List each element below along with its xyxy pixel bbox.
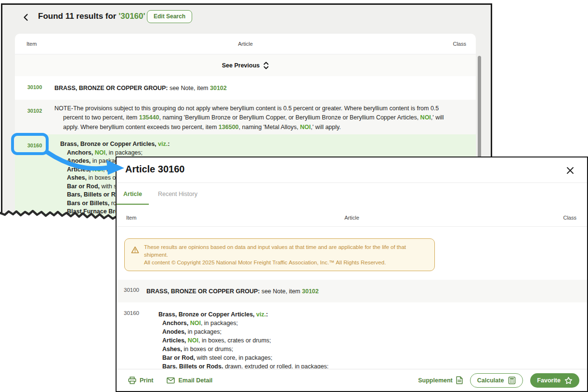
envelope-icon	[167, 377, 175, 384]
close-button[interactable]	[565, 165, 575, 176]
favorite-label: Favorite	[537, 377, 561, 384]
disclaimer-line-2: All content © Copyright 2025 National Mo…	[144, 259, 428, 266]
close-icon	[565, 165, 575, 176]
sort-chevrons-icon	[263, 62, 269, 69]
item-number: 30102	[15, 100, 54, 135]
modal-body: These results are opinions based on data…	[117, 228, 587, 368]
supplement-label: Supplement	[418, 377, 453, 384]
modal-footer: Print Email Detail Supplement	[117, 369, 587, 391]
article-text: BRASS, BRONZE OR COPPER GROUP: see Note,…	[54, 76, 476, 100]
disclaimer-line-1: These results are opinions based on data…	[144, 243, 428, 259]
chevron-left-icon	[22, 13, 30, 22]
table-row-30100[interactable]: 30100BRASS, BRONZE OR COPPER GROUP: see …	[15, 76, 476, 100]
modal-table-header: Item Article Class	[117, 205, 587, 227]
modal-rows: 30100BRASS, BRONZE OR COPPER GROUP: see …	[117, 280, 587, 368]
column-header-class: Class	[453, 41, 466, 47]
results-table-header: Item Article Class	[15, 34, 476, 54]
disclaimer-banner: These results are opinions based on data…	[124, 238, 435, 271]
email-detail-button[interactable]: Email Detail	[167, 377, 212, 384]
article-detail-modal: Article 30160 Article Recent History Ite…	[116, 157, 588, 392]
calculate-label: Calculate	[477, 377, 504, 384]
column-header-article: Article	[15, 41, 476, 47]
tab-article[interactable]: Article	[117, 183, 149, 205]
tab-recent-history[interactable]: Recent History	[149, 183, 207, 205]
warning-icon	[131, 246, 139, 256]
article-text: BRASS, BRONZE OR COPPER GROUP: see Note,…	[146, 280, 587, 302]
printer-icon	[128, 377, 136, 384]
see-previous-button[interactable]: See Previous	[15, 54, 476, 76]
item-number: 30100	[117, 280, 146, 302]
item-number: 30160	[117, 302, 146, 368]
email-detail-label: Email Detail	[178, 377, 212, 384]
search-query: '30160'	[118, 12, 145, 21]
print-label: Print	[140, 377, 153, 384]
app-stage: Found 11 results for '30160' Edit Search…	[0, 0, 588, 392]
back-button[interactable]	[22, 13, 30, 22]
item-number: 30100	[15, 76, 54, 100]
calculator-icon	[508, 377, 516, 384]
star-icon	[564, 377, 573, 384]
modal-title: Article 30160	[125, 164, 184, 175]
table-row-30160[interactable]: 30160Brass, Bronze or Copper Articles, v…	[117, 302, 587, 368]
column-header-class: Class	[563, 215, 576, 221]
document-icon	[456, 376, 463, 384]
table-row-30102[interactable]: 30102NOTE-The provisions subject to this…	[15, 100, 476, 135]
results-title: Found 11 results for '30160'	[38, 12, 145, 21]
table-row-30100[interactable]: 30100BRASS, BRONZE OR COPPER GROUP: see …	[117, 280, 587, 302]
article-text: NOTE-The provisions subject to this grou…	[54, 100, 476, 135]
favorite-button[interactable]: Favorite	[530, 373, 579, 388]
supplement-button[interactable]: Supplement	[418, 376, 463, 384]
edit-search-button[interactable]: Edit Search	[147, 10, 192, 23]
column-header-article: Article	[117, 215, 587, 221]
print-button[interactable]: Print	[128, 377, 153, 384]
calculate-button[interactable]: Calculate	[470, 373, 523, 388]
article-text: Brass, Bronze or Copper Articles, viz.:A…	[146, 302, 587, 368]
see-previous-label: See Previous	[222, 62, 260, 69]
modal-tabs: Article Recent History	[117, 183, 587, 205]
modal-header: Article 30160	[117, 157, 587, 183]
item-number: 30160	[15, 134, 54, 220]
